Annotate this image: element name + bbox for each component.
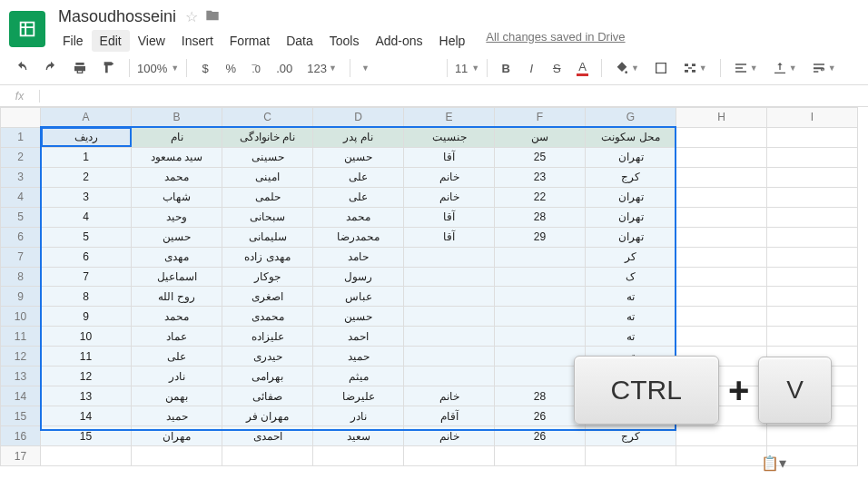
row-header[interactable]: 2 <box>1 147 41 167</box>
halign-button[interactable]: ▼ <box>728 57 764 79</box>
currency-icon[interactable]: $ <box>194 57 216 79</box>
row-header[interactable]: 10 <box>1 307 41 327</box>
cell[interactable]: احمد <box>313 327 404 347</box>
cell[interactable]: حسین <box>313 307 404 327</box>
cell[interactable] <box>676 147 767 167</box>
cell-E1[interactable]: جنسیت <box>404 127 495 147</box>
cell[interactable]: محمدی <box>222 307 313 327</box>
col-header-A[interactable]: A <box>41 108 132 128</box>
cell[interactable]: 29 <box>495 227 586 247</box>
col-header-H[interactable]: H <box>676 108 767 128</box>
italic-button[interactable]: I <box>520 57 542 79</box>
cell-B1[interactable]: نام <box>132 127 222 147</box>
cell[interactable] <box>404 267 495 287</box>
cell[interactable]: روح الله <box>132 287 222 307</box>
cell[interactable] <box>767 247 858 267</box>
row-header[interactable]: 11 <box>1 327 41 347</box>
row-header[interactable]: 6 <box>1 227 41 247</box>
cell[interactable] <box>404 446 495 466</box>
strike-button[interactable]: S <box>546 57 567 79</box>
percent-icon[interactable]: % <box>220 57 242 79</box>
cell[interactable]: 13 <box>41 386 132 406</box>
dec-decrease-icon[interactable]: .0_ <box>245 57 267 79</box>
cell-I1[interactable] <box>767 127 858 147</box>
cell[interactable] <box>586 446 676 466</box>
cell[interactable] <box>404 287 495 307</box>
cell[interactable]: علی <box>132 347 222 367</box>
cell[interactable] <box>495 267 586 287</box>
cell[interactable]: عباس <box>313 287 404 307</box>
cell[interactable]: حمید <box>313 347 404 367</box>
col-header-B[interactable]: B <box>132 108 222 128</box>
cell[interactable] <box>132 446 222 466</box>
cell[interactable]: مهران <box>132 426 222 446</box>
cell[interactable] <box>222 446 313 466</box>
cell[interactable]: 10 <box>41 327 132 347</box>
row-header-1[interactable]: 1 <box>1 127 41 147</box>
cell[interactable]: 2 <box>41 167 132 187</box>
cell[interactable]: 11 <box>41 347 132 367</box>
cell[interactable] <box>767 327 858 347</box>
cell[interactable]: 22 <box>495 187 586 207</box>
undo-icon[interactable] <box>9 57 35 79</box>
cell[interactable]: 12 <box>41 367 132 386</box>
corner-cell[interactable] <box>1 108 41 128</box>
cell[interactable]: خانم <box>404 187 495 207</box>
cell[interactable] <box>495 247 586 267</box>
cell[interactable]: محمد <box>132 307 222 327</box>
cell[interactable] <box>495 327 586 347</box>
cell[interactable]: حسینی <box>222 147 313 167</box>
cell[interactable] <box>41 446 132 466</box>
font-select[interactable]: ▼ <box>358 64 439 73</box>
cell[interactable]: 28 <box>495 207 586 227</box>
wrap-button[interactable]: ▼ <box>806 57 842 79</box>
cell[interactable]: احمدی <box>222 426 313 446</box>
row-header[interactable]: 3 <box>1 167 41 187</box>
cell[interactable]: ته <box>586 287 676 307</box>
cell[interactable]: آقا <box>404 147 495 167</box>
cell[interactable] <box>495 367 586 386</box>
cell[interactable]: ته <box>586 307 676 327</box>
cell[interactable]: میثم <box>313 367 404 386</box>
cell[interactable] <box>767 207 858 227</box>
cell[interactable]: تهران <box>586 187 676 207</box>
col-header-I[interactable]: I <box>767 108 858 128</box>
cell[interactable] <box>495 307 586 327</box>
cell[interactable]: کرج <box>586 426 676 446</box>
paint-format-icon[interactable] <box>96 57 122 79</box>
cell[interactable] <box>404 307 495 327</box>
cell[interactable]: آقام <box>404 406 495 426</box>
row-header-17[interactable]: 17 <box>1 446 41 466</box>
cell[interactable]: کرج <box>586 167 676 187</box>
cell[interactable]: صفائی <box>222 386 313 406</box>
menu-data[interactable]: Data <box>278 30 321 52</box>
cell[interactable]: علی <box>313 167 404 187</box>
cell[interactable] <box>676 327 767 347</box>
row-header[interactable]: 13 <box>1 367 41 386</box>
text-color-button[interactable]: A <box>571 57 594 79</box>
cell[interactable] <box>313 446 404 466</box>
cell[interactable]: محمد <box>313 207 404 227</box>
row-header[interactable]: 8 <box>1 267 41 287</box>
zoom-select[interactable]: 100%▼ <box>137 62 179 75</box>
clipboard-icon[interactable]: 📋▾ <box>761 455 786 472</box>
cell[interactable]: سلیمانی <box>222 227 313 247</box>
cell[interactable]: بهمن <box>132 386 222 406</box>
cell[interactable]: مهران فر <box>222 406 313 426</box>
menu-view[interactable]: View <box>130 30 173 52</box>
cell[interactable]: شهاب <box>132 187 222 207</box>
cell[interactable]: بهرامی <box>222 367 313 386</box>
cell[interactable]: اسماعیل <box>132 267 222 287</box>
row-header[interactable]: 5 <box>1 207 41 227</box>
doc-title[interactable]: Masoudhosseini <box>54 5 180 28</box>
cell[interactable] <box>767 287 858 307</box>
cell[interactable]: آقا <box>404 207 495 227</box>
cell[interactable]: وحید <box>132 207 222 227</box>
cell-G1[interactable]: محل سکونت <box>586 127 676 147</box>
cell[interactable] <box>495 287 586 307</box>
menu-file[interactable]: File <box>54 30 92 52</box>
menu-edit[interactable]: Edit <box>92 30 130 52</box>
cell[interactable]: خانم <box>404 426 495 446</box>
menu-addons[interactable]: Add-ons <box>367 30 430 52</box>
row-header[interactable]: 15 <box>1 406 41 426</box>
